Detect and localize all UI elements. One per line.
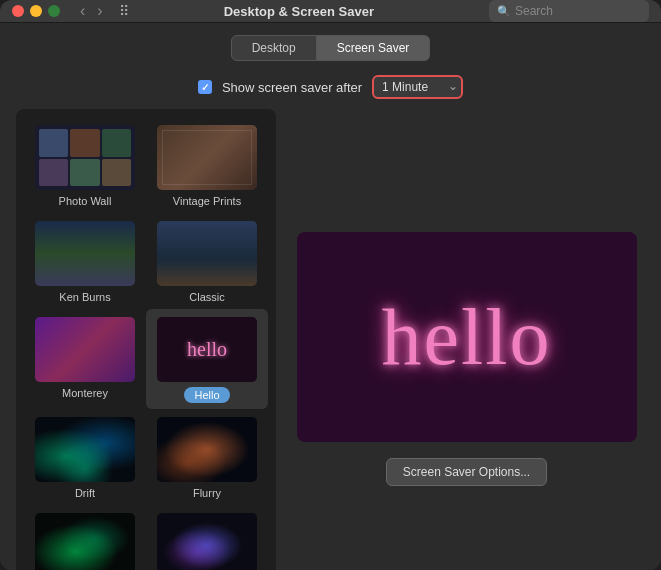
screensaver-item-drift[interactable]: Drift — [24, 409, 146, 505]
content: Desktop Screen Saver Show screen saver a… — [0, 23, 661, 570]
time-select[interactable]: 1 Minute 2 Minutes 5 Minutes 10 Minutes … — [372, 75, 463, 99]
time-select-wrapper: 1 Minute 2 Minutes 5 Minutes 10 Minutes … — [372, 75, 463, 99]
screensaver-item-monterey[interactable]: Monterey — [24, 309, 146, 409]
screensaver-name-photo-wall: Photo Wall — [59, 195, 112, 207]
screensaver-name-drift: Drift — [75, 487, 95, 499]
main-panel: Photo Wall Vintage Prints Ken Burns Clas… — [0, 109, 661, 570]
screensaver-thumb-classic — [157, 221, 257, 286]
screensaver-thumb-kenburns — [35, 221, 135, 286]
screensaver-item-flurry[interactable]: Flurry — [146, 409, 268, 505]
traffic-lights — [12, 5, 60, 17]
screensaver-row: Show screen saver after 1 Minute 2 Minut… — [0, 71, 661, 109]
screensaver-name-monterey: Monterey — [62, 387, 108, 399]
window: ‹ › ⠿ Desktop & Screen Saver 🔍 Desktop S… — [0, 0, 661, 570]
screensaver-name-hello: Hello — [184, 387, 229, 403]
screensaver-item-classic[interactable]: Classic — [146, 213, 268, 309]
screensaver-name-ken-burns: Ken Burns — [59, 291, 110, 303]
minimize-button[interactable] — [30, 5, 42, 17]
screensaver-item-shell[interactable]: Shell — [146, 505, 268, 570]
screensaver-item-arabesque[interactable]: Arabesque — [24, 505, 146, 570]
screensaver-thumb-flurry — [157, 417, 257, 482]
screensaver-thumb-monterey — [35, 317, 135, 382]
screensaver-item-photo-wall[interactable]: Photo Wall — [24, 117, 146, 213]
maximize-button[interactable] — [48, 5, 60, 17]
screensaver-thumb-shell — [157, 513, 257, 570]
search-icon: 🔍 — [497, 5, 511, 18]
window-title: Desktop & Screen Saver — [137, 4, 461, 19]
search-box: 🔍 — [489, 0, 649, 22]
tabs: Desktop Screen Saver — [0, 23, 661, 71]
back-button[interactable]: ‹ — [76, 0, 89, 22]
preview-hello-text: hello — [382, 292, 552, 383]
tab-screensaver[interactable]: Screen Saver — [317, 35, 431, 61]
screensaver-name-flurry: Flurry — [193, 487, 221, 499]
screensaver-item-hello[interactable]: hello Hello — [146, 309, 268, 409]
preview-box: hello — [297, 232, 637, 442]
nav-buttons: ‹ › — [76, 0, 107, 22]
search-input[interactable] — [515, 4, 635, 18]
titlebar: ‹ › ⠿ Desktop & Screen Saver 🔍 — [0, 0, 661, 23]
screensaver-name-vintage-prints: Vintage Prints — [173, 195, 241, 207]
screen-saver-options-button[interactable]: Screen Saver Options... — [386, 458, 547, 486]
screensaver-item-vintage-prints[interactable]: Vintage Prints — [146, 117, 268, 213]
show-screensaver-checkbox[interactable] — [198, 80, 212, 94]
hello-thumb-text: hello — [187, 338, 227, 361]
screensaver-item-ken-burns[interactable]: Ken Burns — [24, 213, 146, 309]
grid-icon[interactable]: ⠿ — [119, 3, 129, 19]
tab-desktop[interactable]: Desktop — [231, 35, 317, 61]
screensaver-label: Show screen saver after — [222, 80, 362, 95]
preview-panel: hello Screen Saver Options... — [288, 109, 645, 570]
screensaver-thumb-vintage — [157, 125, 257, 190]
screensaver-name-classic: Classic — [189, 291, 224, 303]
forward-button[interactable]: › — [93, 0, 106, 22]
screensaver-thumb-arabesque — [35, 513, 135, 570]
screensaver-list: Photo Wall Vintage Prints Ken Burns Clas… — [16, 109, 276, 570]
close-button[interactable] — [12, 5, 24, 17]
screensaver-thumb-drift — [35, 417, 135, 482]
screensaver-thumb-photo-wall — [35, 125, 135, 190]
screensaver-thumb-hello: hello — [157, 317, 257, 382]
